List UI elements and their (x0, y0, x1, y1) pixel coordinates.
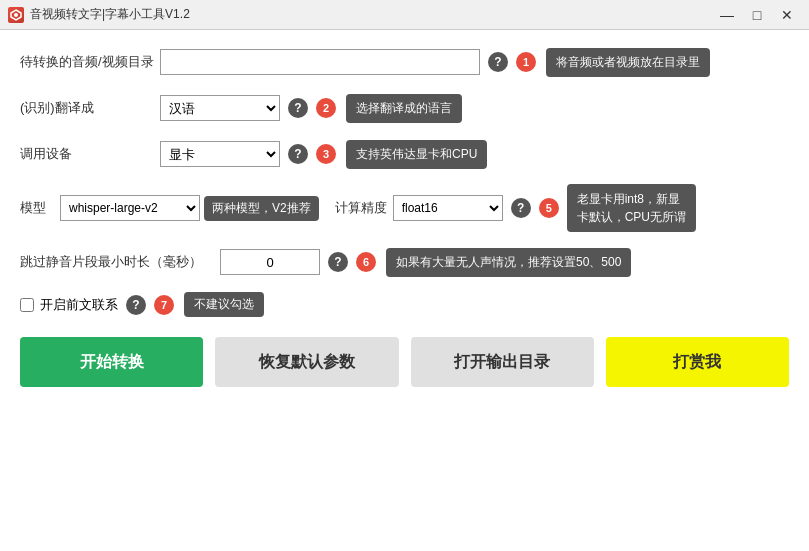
device-tooltip: 支持英伟达显卡和CPU (346, 140, 487, 169)
app-icon (8, 7, 24, 23)
directory-row: 待转换的音频/视频目录 ? 1 将音频或者视频放在目录里 (20, 46, 789, 78)
checkbox-row: 开启前文联系 ? 7 不建议勾选 (20, 292, 789, 317)
language-row: (识别)翻译成 汉语 英语 日语 韩语 ? 2 选择翻译成的语言 (20, 92, 789, 124)
window-controls: — □ ✕ (713, 5, 801, 25)
svg-point-1 (14, 13, 18, 17)
skip-badge: 6 (356, 252, 376, 272)
maximize-button[interactable]: □ (743, 5, 771, 25)
directory-input[interactable] (160, 49, 480, 75)
title-bar: 音视频转文字|字幕小工具V1.2 — □ ✕ (0, 0, 809, 30)
directory-label: 待转换的音频/视频目录 (20, 53, 160, 71)
language-label: (识别)翻译成 (20, 99, 160, 117)
precision-help-icon[interactable]: ? (511, 198, 531, 218)
skip-input[interactable] (220, 249, 320, 275)
directory-tooltip: 将音频或者视频放在目录里 (546, 48, 710, 77)
device-label: 调用设备 (20, 145, 160, 163)
device-badge: 3 (316, 144, 336, 164)
precision-label: 计算精度 (335, 199, 387, 217)
device-help-icon[interactable]: ? (288, 144, 308, 164)
device-row: 调用设备 显卡 CPU ? 3 支持英伟达显卡和CPU (20, 138, 789, 170)
model-label: 模型 (20, 199, 60, 217)
checkbox-label: 开启前文联系 (40, 296, 118, 314)
model-row: 模型 whisper-large-v2 whisper-large-v3 两种模… (20, 184, 789, 232)
main-content: 待转换的音频/视频目录 ? 1 将音频或者视频放在目录里 (识别)翻译成 汉语 … (0, 30, 809, 551)
skip-tooltip: 如果有大量无人声情况，推荐设置50、500 (386, 248, 631, 277)
model-tooltip-right: 老显卡用int8，新显 卡默认，CPU无所谓 (567, 184, 696, 232)
skip-row: 跳过静音片段最小时长（毫秒） ? 6 如果有大量无人声情况，推荐设置50、500 (20, 246, 789, 278)
directory-badge: 1 (516, 52, 536, 72)
skip-help-icon[interactable]: ? (328, 252, 348, 272)
reset-button[interactable]: 恢复默认参数 (215, 337, 398, 387)
reward-button[interactable]: 打赏我 (606, 337, 789, 387)
skip-label: 跳过静音片段最小时长（毫秒） (20, 253, 220, 271)
start-button[interactable]: 开始转换 (20, 337, 203, 387)
window-title: 音视频转文字|字幕小工具V1.2 (30, 6, 713, 23)
model-badge: 5 (539, 198, 559, 218)
checkbox-badge: 7 (154, 295, 174, 315)
precision-select[interactable]: float16 int8 float32 (393, 195, 503, 221)
language-badge: 2 (316, 98, 336, 118)
checkbox-help-icon[interactable]: ? (126, 295, 146, 315)
context-checkbox[interactable] (20, 298, 34, 312)
checkbox-tooltip: 不建议勾选 (184, 292, 264, 317)
model-tooltip: 两种模型，V2推荐 (204, 196, 319, 221)
directory-help-icon[interactable]: ? (488, 52, 508, 72)
device-select[interactable]: 显卡 CPU (160, 141, 280, 167)
language-tooltip: 选择翻译成的语言 (346, 94, 462, 123)
close-button[interactable]: ✕ (773, 5, 801, 25)
minimize-button[interactable]: — (713, 5, 741, 25)
language-help-icon[interactable]: ? (288, 98, 308, 118)
open-button[interactable]: 打开输出目录 (411, 337, 594, 387)
model-select[interactable]: whisper-large-v2 whisper-large-v3 (60, 195, 200, 221)
language-select[interactable]: 汉语 英语 日语 韩语 (160, 95, 280, 121)
button-row: 开始转换 恢复默认参数 打开输出目录 打赏我 (20, 337, 789, 387)
